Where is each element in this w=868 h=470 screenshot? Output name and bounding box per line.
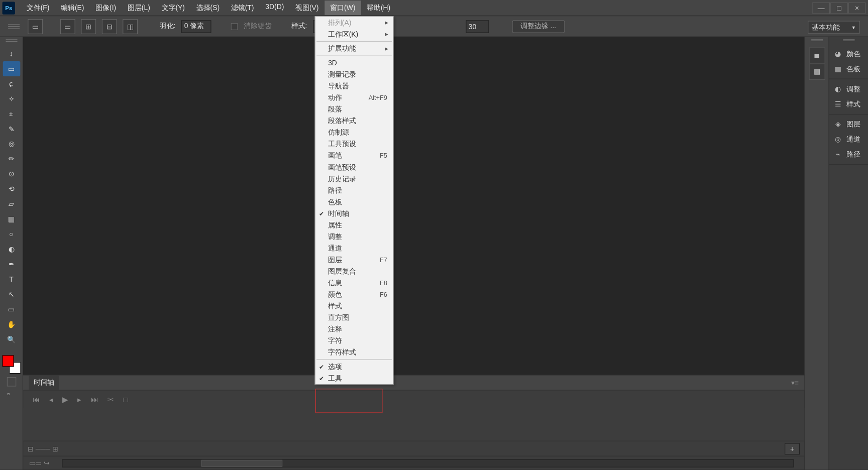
menu-item-图层复合[interactable]: 图层复合 bbox=[315, 266, 393, 277]
menu-item-字符样式[interactable]: 字符样式 bbox=[315, 346, 393, 358]
menu-滤镜[interactable]: 滤镜(T) bbox=[226, 1, 260, 15]
tool-spot-heal[interactable]: ◎ bbox=[3, 137, 20, 152]
timeline-control-5[interactable]: ✂ bbox=[107, 395, 114, 403]
tool-lasso[interactable]: ɕ bbox=[3, 76, 20, 91]
menu-编辑[interactable]: 编辑(E) bbox=[55, 1, 90, 15]
menu-item-历史记录[interactable]: 历史记录 bbox=[315, 173, 393, 184]
menu-item-色板[interactable]: 色板 bbox=[315, 196, 393, 208]
menu-文字[interactable]: 文字(Y) bbox=[156, 1, 190, 15]
menu-item-直方图[interactable]: 直方图 bbox=[315, 312, 393, 323]
menu-item-颜色[interactable]: 颜色F6 bbox=[315, 289, 393, 300]
tool-preset-icon[interactable]: ▭ bbox=[28, 19, 43, 34]
tool-shape[interactable]: ▭ bbox=[3, 302, 20, 317]
menu-item-选项[interactable]: 选项 bbox=[315, 361, 393, 373]
menu-item-导航器[interactable]: 导航器 bbox=[315, 80, 393, 92]
menu-item-字符[interactable]: 字符 bbox=[315, 335, 393, 346]
menu-图层[interactable]: 图层(L) bbox=[122, 1, 156, 15]
menu-item-测量记录[interactable]: 测量记录 bbox=[315, 69, 393, 80]
menu-窗口[interactable]: 窗口(W) bbox=[324, 1, 361, 15]
properties-icon[interactable]: ▤ bbox=[809, 64, 825, 80]
menu-item-3D[interactable]: 3D bbox=[315, 57, 393, 69]
timeline-control-3[interactable]: ▸ bbox=[77, 395, 81, 403]
timeline-control-0[interactable]: ⏮ bbox=[33, 395, 40, 403]
subtract-selection-icon[interactable]: ⊟ bbox=[102, 19, 117, 34]
menu-item-段落样式[interactable]: 段落样式 bbox=[315, 115, 393, 127]
refine-edge-button[interactable]: 调整边缘 ... bbox=[512, 20, 565, 33]
foreground-color-swatch[interactable] bbox=[2, 355, 14, 367]
timeline-control-4[interactable]: ⏭ bbox=[91, 395, 98, 403]
menu-文件[interactable]: 文件(F) bbox=[21, 1, 55, 15]
menu-item-工具[interactable]: 工具 bbox=[315, 373, 393, 384]
menu-item-样式[interactable]: 样式 bbox=[315, 300, 393, 312]
quickmask-toggle[interactable] bbox=[7, 377, 16, 386]
minimize-button[interactable]: — bbox=[812, 2, 830, 14]
menu-item-时间轴[interactable]: 时间轴 bbox=[315, 208, 393, 219]
menu-item-信息[interactable]: 信息F8 bbox=[315, 277, 393, 289]
menu-图像[interactable]: 图像(I) bbox=[90, 1, 122, 15]
menu-item-属性[interactable]: 属性 bbox=[315, 219, 393, 231]
menu-帮助[interactable]: 帮助(H) bbox=[361, 1, 396, 15]
menu-item-画笔预设[interactable]: 画笔预设 bbox=[315, 161, 393, 173]
tool-pen[interactable]: ✒ bbox=[3, 257, 20, 272]
tool-move[interactable]: ↕ bbox=[3, 46, 20, 61]
close-button[interactable]: × bbox=[848, 2, 866, 14]
new-selection-icon[interactable]: ▭ bbox=[60, 19, 75, 34]
screen-mode-icon[interactable]: ▫ bbox=[7, 390, 15, 398]
intersect-selection-icon[interactable]: ◫ bbox=[123, 19, 138, 34]
tool-marquee[interactable]: ▭ bbox=[3, 61, 20, 76]
panel-menu-icon[interactable]: ▾≡ bbox=[791, 379, 799, 387]
add-selection-icon[interactable]: ⊞ bbox=[81, 19, 96, 34]
menu-item-注释[interactable]: 注释 bbox=[315, 323, 393, 335]
panel-tab-路径[interactable]: ⌁路径 bbox=[829, 147, 868, 162]
menu-item-调整[interactable]: 调整 bbox=[315, 231, 393, 243]
canvas[interactable] bbox=[23, 37, 804, 375]
tool-dodge[interactable]: ◐ bbox=[3, 242, 20, 257]
menu-item-扩展功能[interactable]: 扩展功能 bbox=[315, 43, 393, 54]
tool-type[interactable]: T bbox=[3, 272, 20, 287]
menu-item-工作区(K)[interactable]: 工作区(K) bbox=[315, 28, 393, 40]
panel-tab-图层[interactable]: ◈图层 bbox=[829, 117, 868, 132]
panel-tab-通道[interactable]: ◎通道 bbox=[829, 132, 868, 147]
panel-tab-调整[interactable]: ◐调整 bbox=[829, 81, 868, 96]
tool-clone[interactable]: ⊙ bbox=[3, 167, 20, 182]
panel-tab-颜色[interactable]: ◕颜色 bbox=[829, 46, 868, 61]
timeline-control-6[interactable]: □ bbox=[123, 395, 128, 403]
tool-magic-wand[interactable]: ✧ bbox=[3, 91, 20, 106]
tool-zoom[interactable]: 🔍 bbox=[3, 332, 20, 347]
panel-tab-色板[interactable]: ▦色板 bbox=[829, 61, 868, 76]
tool-blur[interactable]: ○ bbox=[3, 227, 20, 242]
menu-item-仿制源[interactable]: 仿制源 bbox=[315, 127, 393, 138]
panel-tab-样式[interactable]: ☰样式 bbox=[829, 96, 868, 111]
menu-item-画笔[interactable]: 画笔F5 bbox=[315, 150, 393, 161]
tool-crop[interactable]: ⌗ bbox=[3, 106, 20, 122]
feather-input[interactable] bbox=[181, 20, 211, 33]
menu-item-路径[interactable]: 路径 bbox=[315, 184, 393, 196]
menu-3D[interactable]: 3D(D) bbox=[260, 1, 290, 15]
color-swatches[interactable] bbox=[2, 355, 21, 374]
maximize-button[interactable]: □ bbox=[830, 2, 848, 14]
add-media-button[interactable]: + bbox=[785, 443, 800, 454]
menu-item-图层[interactable]: 图层F7 bbox=[315, 254, 393, 266]
tool-brush[interactable]: ✏ bbox=[3, 152, 20, 167]
menu-item-通道[interactable]: 通道 bbox=[315, 243, 393, 254]
height-input[interactable] bbox=[466, 20, 489, 33]
scrollbar-thumb[interactable] bbox=[201, 459, 282, 466]
workspace-selector[interactable]: 基本功能▼ bbox=[808, 21, 860, 33]
timeline-track-area[interactable] bbox=[23, 408, 804, 441]
menu-item-段落[interactable]: 段落 bbox=[315, 103, 393, 115]
menu-item-工具预设[interactable]: 工具预设 bbox=[315, 138, 393, 150]
tool-hand[interactable]: ✋ bbox=[3, 317, 20, 332]
timeline-zoom-icon[interactable]: ⊟ ─── ⊞ bbox=[28, 444, 58, 452]
menu-选择[interactable]: 选择(S) bbox=[190, 1, 225, 15]
tool-path-select[interactable]: ↖ bbox=[3, 287, 20, 302]
timeline-control-1[interactable]: ◂ bbox=[49, 395, 53, 403]
menu-视图[interactable]: 视图(V) bbox=[290, 1, 324, 15]
tool-history-brush[interactable]: ⟲ bbox=[3, 182, 20, 197]
menu-item-动作[interactable]: 动作Alt+F9 bbox=[315, 92, 393, 103]
history-icon[interactable]: ≣ bbox=[809, 47, 825, 63]
timeline-control-2[interactable]: ▶ bbox=[62, 395, 68, 403]
tool-eraser[interactable]: ▱ bbox=[3, 197, 20, 212]
status-scrollbar[interactable] bbox=[62, 459, 794, 467]
tool-eyedropper[interactable]: ✎ bbox=[3, 122, 20, 137]
tool-gradient[interactable]: ▦ bbox=[3, 212, 20, 227]
